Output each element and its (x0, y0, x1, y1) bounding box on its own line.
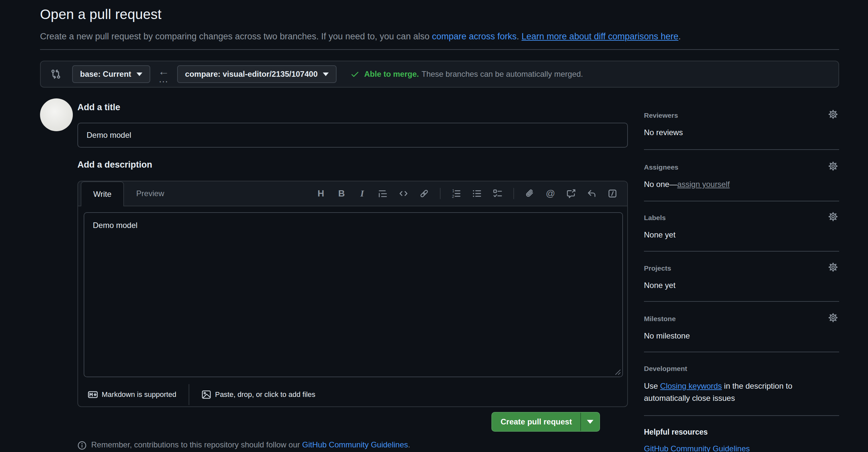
slash-command-button[interactable] (608, 188, 617, 199)
merge-status: Able to merge. These branches can be aut… (350, 69, 583, 79)
gear-icon (828, 109, 838, 119)
unordered-list-button[interactable] (472, 188, 482, 199)
image-icon (202, 390, 211, 399)
helpful-resources-links: GitHub Community Guidelines (644, 444, 750, 452)
base-branch-dropdown[interactable]: base: Current (72, 65, 150, 83)
mention-button[interactable]: @ (546, 188, 555, 199)
bold-icon: B (338, 189, 345, 198)
reviewers-value: No reviews (644, 128, 683, 137)
sidebar-divider (644, 301, 839, 302)
able-to-merge-text: Able to merge. (364, 69, 419, 79)
helpful-resources-heading: Helpful resources (644, 428, 708, 437)
chevron-down-icon (587, 420, 593, 424)
markdown-supported-label: Markdown is supported (102, 390, 176, 399)
svg-text:2: 2 (452, 194, 454, 199)
slash-command-icon (608, 189, 617, 198)
contribution-note-text: Remember, contributions to this reposito… (91, 440, 302, 449)
reply-button[interactable] (587, 188, 597, 199)
chevron-down-icon (136, 72, 143, 76)
contribution-note: Remember, contributions to this reposito… (78, 440, 410, 450)
create-options-button[interactable] (580, 413, 599, 431)
tab-preview[interactable]: Preview (124, 182, 177, 206)
list-ordered-icon: 12 (452, 189, 461, 198)
labels-gear-button[interactable] (828, 212, 838, 221)
assignees-heading: Assignees (644, 163, 678, 171)
quote-button[interactable] (378, 188, 388, 199)
sidebar-divider (644, 251, 839, 252)
base-branch-label: base: Current (80, 69, 131, 79)
markdown-supported-link[interactable]: Markdown is supported (88, 390, 176, 399)
compare-across-forks-link[interactable]: compare across forks (432, 31, 517, 41)
paperclip-icon (525, 189, 534, 198)
info-icon (78, 441, 87, 450)
quote-icon (378, 189, 388, 198)
create-pull-request-split-button: Create pull request (491, 412, 600, 432)
avatar (40, 98, 73, 131)
title-input[interactable] (78, 123, 628, 148)
description-textarea-wrap: Demo model (84, 212, 623, 377)
chevron-down-icon (323, 72, 329, 76)
github-community-guidelines-link[interactable]: GitHub Community Guidelines (644, 444, 750, 452)
assignees-gear-button[interactable] (828, 161, 838, 171)
link-icon (420, 189, 429, 198)
toolbar-divider (440, 188, 440, 199)
check-icon (350, 69, 360, 79)
description-textarea[interactable]: Demo model (84, 212, 623, 377)
bold-button[interactable]: B (337, 188, 346, 199)
compare-branch-dropdown[interactable]: compare: visual-editor/2135/107400 (177, 65, 337, 83)
milestone-value: No milestone (644, 331, 690, 341)
milestone-gear-button[interactable] (828, 313, 838, 322)
milestone-heading: Milestone (644, 315, 676, 323)
compare-branch-label: compare: visual-editor/2135/107400 (185, 69, 317, 79)
assignees-value: No one—assign yourself (644, 180, 730, 189)
add-title-heading: Add a title (78, 102, 120, 112)
heading-button[interactable]: H (316, 188, 326, 199)
projects-gear-button[interactable] (828, 262, 838, 272)
markdown-icon (88, 390, 98, 399)
heading-icon: H (317, 189, 324, 198)
toolbar-divider (514, 188, 514, 199)
tasklist-icon (493, 189, 502, 198)
sidebar: Reviewers No reviews Assignees No one—as… (644, 0, 839, 452)
code-icon (399, 189, 408, 198)
page-subtitle: Create a new pull request by comparing c… (40, 31, 681, 42)
footer-divider (189, 384, 189, 405)
markdown-toolbar: H B I 12 @ (316, 182, 627, 206)
create-pull-request-button[interactable]: Create pull request (492, 413, 580, 431)
file-attach-label: Paste, drop, or click to add files (215, 390, 315, 399)
resize-handle[interactable] (614, 368, 621, 376)
editor-footer: Markdown is supported Paste, drop, or cl… (78, 382, 627, 407)
gear-icon (828, 313, 838, 322)
subtitle-text: Create a new pull request by comparing c… (40, 31, 432, 41)
cross-reference-button[interactable] (566, 188, 576, 199)
italic-button[interactable]: I (357, 188, 367, 199)
attach-file-button[interactable] (525, 188, 535, 199)
gear-icon (828, 262, 838, 272)
compare-direction: ← … (158, 66, 169, 82)
ellipsis-icon: … (158, 76, 169, 82)
assign-yourself-link[interactable]: assign yourself (677, 180, 730, 189)
git-compare-icon (51, 69, 61, 79)
ordered-list-button[interactable]: 12 (452, 188, 461, 199)
mention-icon: @ (546, 189, 555, 198)
development-heading: Development (644, 365, 687, 373)
file-attach-area[interactable]: Paste, drop, or click to add files (202, 390, 315, 399)
page-title: Open a pull request (40, 6, 161, 22)
projects-value: None yet (644, 281, 676, 290)
community-guidelines-link[interactable]: GitHub Community Guidelines (302, 440, 408, 449)
code-button[interactable] (399, 188, 408, 199)
italic-icon: I (361, 189, 364, 198)
description-editor: Write Preview H B I 12 @ Demo model Ma (78, 181, 628, 407)
reviewers-heading: Reviewers (644, 111, 678, 119)
sidebar-divider (644, 201, 839, 201)
gear-icon (828, 161, 838, 171)
svg-text:1: 1 (452, 189, 454, 193)
editor-header: Write Preview H B I 12 @ (78, 182, 627, 206)
sidebar-divider (644, 149, 839, 150)
tasklist-button[interactable] (493, 188, 502, 199)
closing-keywords-link[interactable]: Closing keywords (660, 382, 722, 390)
tab-write[interactable]: Write (81, 182, 124, 206)
reviewers-gear-button[interactable] (828, 109, 838, 119)
sidebar-divider (644, 415, 839, 416)
link-button[interactable] (419, 188, 429, 199)
